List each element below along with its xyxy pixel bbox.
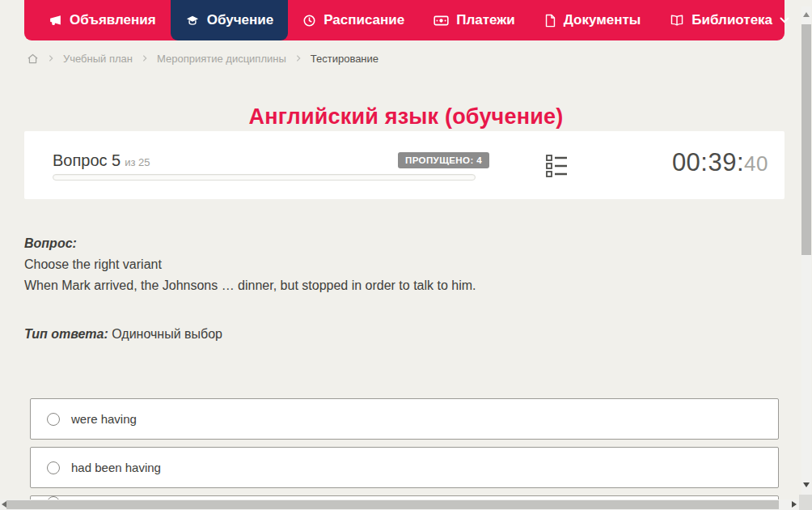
clock-icon <box>302 14 316 28</box>
scroll-right-arrow-icon[interactable] <box>792 501 797 508</box>
open-book-icon <box>670 14 684 27</box>
question-instruction: Choose the right variant <box>24 254 752 275</box>
question-block: Вопрос: Choose the right variant When Ma… <box>24 233 752 296</box>
nav-item-label: Расписание <box>324 12 404 28</box>
scrollbar-corner <box>799 495 812 510</box>
nav-item-library[interactable]: Библиотека <box>655 0 804 40</box>
breadcrumb-separator-icon <box>294 54 302 62</box>
breadcrumb-separator-icon <box>141 54 149 62</box>
question-label: Вопрос: <box>24 233 752 254</box>
banknote-icon <box>433 14 449 28</box>
nav-item-payments[interactable]: Платежи <box>419 0 530 40</box>
breadcrumb-item-testing: Тестирование <box>311 53 379 65</box>
megaphone-icon <box>49 14 62 28</box>
answer-type: Тип ответа: Одиночный выбор <box>24 324 222 345</box>
vertical-scrollbar-thumb[interactable] <box>801 24 811 255</box>
radio-button[interactable] <box>47 413 60 426</box>
question-total: из 25 <box>125 156 150 168</box>
chevron-down-icon <box>780 17 789 23</box>
question-number: Вопрос 5из 25 <box>53 151 150 170</box>
horizontal-scrollbar-thumb[interactable] <box>6 500 779 509</box>
scroll-down-arrow-icon[interactable] <box>803 482 810 487</box>
timer-hours-minutes: 00:39: <box>672 148 744 176</box>
answer-option-1[interactable]: were having <box>30 398 779 440</box>
nav-item-label: Платежи <box>456 12 515 28</box>
question-list-icon[interactable] <box>546 154 568 181</box>
nav-item-announcements[interactable]: Объявления <box>34 0 171 40</box>
nav-item-schedule[interactable]: Расписание <box>288 0 419 40</box>
timer: 00:39:40 <box>672 148 768 177</box>
breadcrumb-separator-icon <box>47 54 55 62</box>
graduation-cap-icon <box>185 14 200 28</box>
question-status-panel: Вопрос 5из 25 ПРОПУЩЕНО: 4 00:39:40 <box>24 131 785 199</box>
answer-option-2[interactable]: had been having <box>30 447 779 488</box>
nav-item-label: Объявления <box>70 12 156 28</box>
scroll-up-arrow-icon[interactable] <box>803 12 810 17</box>
scroll-left-arrow-icon[interactable] <box>2 501 6 508</box>
nav-item-learning[interactable]: Обучение <box>171 0 288 40</box>
top-navbar: Объявления Обучение Расписание Платежи Д… <box>24 0 785 40</box>
nav-item-label: Библиотека <box>691 12 772 28</box>
option-label: were having <box>71 412 137 426</box>
breadcrumb-item-discipline-event[interactable]: Мероприятие дисциплины <box>157 53 286 65</box>
nav-item-label: Обучение <box>207 12 273 28</box>
option-label: had been having <box>71 461 161 474</box>
breadcrumb: Учебный план Мероприятие дисциплины Тест… <box>27 51 379 66</box>
nav-item-documents[interactable]: Документы <box>530 0 656 40</box>
breadcrumb-item-curriculum[interactable]: Учебный план <box>63 53 133 65</box>
timer-seconds: 40 <box>744 151 768 176</box>
nav-item-label: Документы <box>564 12 641 28</box>
answer-type-value: Одиночный выбор <box>112 327 222 341</box>
question-text: When Mark arrived, the Johnsons … dinner… <box>24 275 752 296</box>
page-title: Английский язык (обучение) <box>0 104 812 130</box>
question-number-label: Вопрос 5 <box>53 151 121 169</box>
progress-bar <box>53 174 476 181</box>
radio-button[interactable] <box>47 461 60 474</box>
document-icon <box>544 14 556 28</box>
skipped-badge: ПРОПУЩЕНО: 4 <box>398 152 489 168</box>
answer-type-label: Тип ответа: <box>24 327 108 341</box>
home-icon[interactable] <box>27 53 39 65</box>
